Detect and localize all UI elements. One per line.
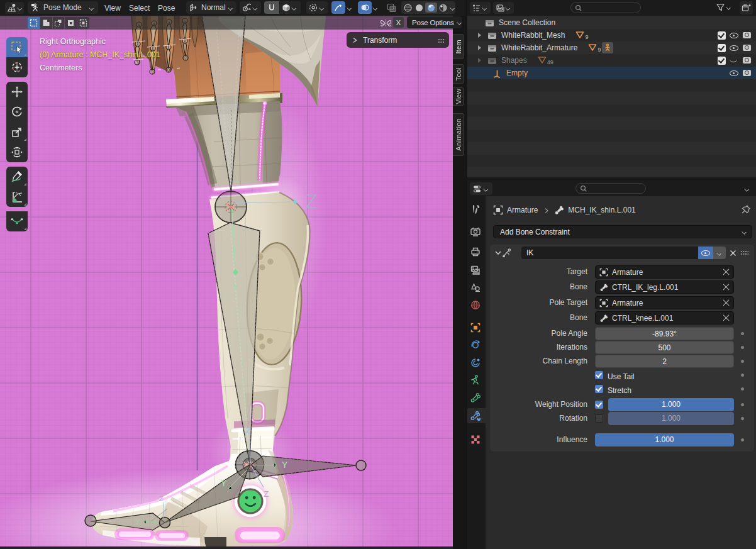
svg-text:Z: Z — [246, 426, 251, 435]
svg-text:Z: Z — [159, 495, 164, 502]
svg-text:Y: Y — [232, 281, 238, 292]
svg-text:Z: Z — [264, 489, 269, 499]
svg-text:Y: Y — [221, 478, 227, 488]
svg-text:Y: Y — [136, 519, 140, 526]
svg-text:Y: Y — [282, 460, 288, 470]
